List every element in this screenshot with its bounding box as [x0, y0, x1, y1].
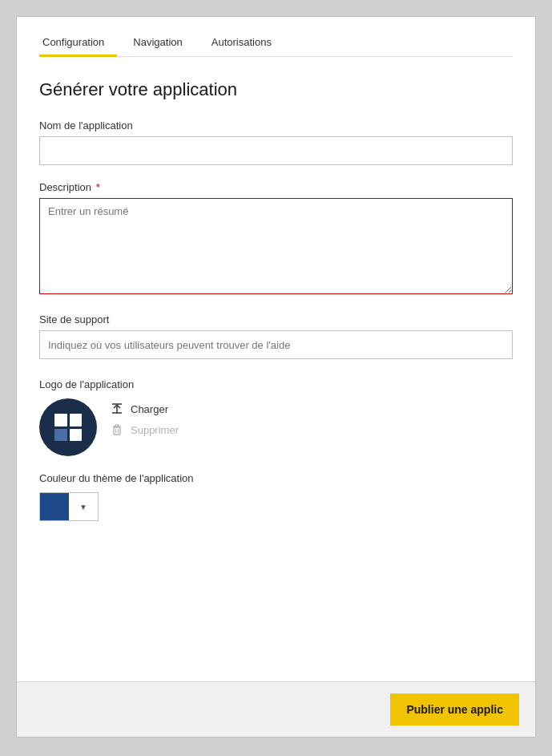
upload-button[interactable]: Charger [110, 402, 179, 416]
required-marker: * [93, 181, 100, 193]
color-swatch [40, 493, 69, 520]
upload-icon [110, 402, 124, 416]
grid-cell-3 [54, 429, 67, 442]
tab-autorisations[interactable]: Autorisations [208, 30, 284, 56]
tab-bar: Configuration Navigation Autorisations [39, 17, 513, 57]
grid-cell-2 [70, 414, 83, 427]
tab-navigation[interactable]: Navigation [130, 30, 195, 56]
app-name-input[interactable] [39, 136, 513, 165]
app-name-group: Nom de l'application [39, 119, 513, 165]
delete-button[interactable]: Supprimer [110, 422, 179, 437]
grid-cell-1 [54, 414, 67, 427]
theme-color-label: Couleur du thème de l'application [39, 472, 513, 484]
support-site-group: Site de support [39, 313, 513, 359]
support-site-input[interactable] [39, 330, 513, 359]
page-title: Générer votre application [39, 79, 513, 100]
description-group: Description * [39, 181, 513, 297]
tab-configuration[interactable]: Configuration [39, 30, 117, 56]
logo-label: Logo de l'application [39, 378, 513, 390]
app-name-label: Nom de l'application [39, 119, 513, 131]
chevron-down-icon: ▼ [69, 493, 98, 520]
publish-button[interactable]: Publier une applic [390, 693, 519, 726]
app-container: Configuration Navigation Autorisations G… [16, 16, 536, 738]
main-content: Configuration Navigation Autorisations G… [17, 17, 535, 681]
footer: Publier une applic [17, 681, 535, 737]
logo-grid-icon [54, 414, 82, 441]
color-picker-button[interactable]: ▼ [39, 492, 99, 521]
delete-label: Supprimer [131, 424, 179, 436]
upload-label: Charger [131, 403, 168, 415]
theme-color-section: Couleur du thème de l'application ▼ [39, 472, 513, 521]
description-label: Description * [39, 181, 513, 193]
description-textarea[interactable] [39, 198, 513, 294]
logo-content: Charger [39, 398, 513, 456]
support-site-label: Site de support [39, 313, 513, 325]
svg-rect-3 [114, 427, 120, 435]
delete-icon [110, 422, 124, 437]
logo-preview [39, 398, 97, 456]
grid-cell-4 [70, 429, 83, 442]
logo-actions: Charger [110, 398, 179, 437]
logo-section: Logo de l'application [39, 378, 513, 456]
